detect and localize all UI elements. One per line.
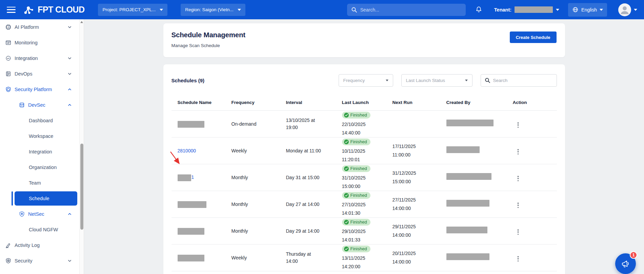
check-circle-icon bbox=[344, 140, 349, 144]
sidebar-item-schedule[interactable]: Schedule bbox=[0, 191, 79, 206]
col-schedule-name: Schedule Name bbox=[172, 100, 224, 105]
sidebar-item-team[interactable]: Team bbox=[0, 175, 79, 191]
chevron-down-icon bbox=[67, 72, 72, 76]
status-badge-label: Finished bbox=[350, 219, 367, 225]
sidebar-item-t[interactable]: T bbox=[0, 269, 79, 274]
row-actions-menu-button[interactable] bbox=[515, 254, 522, 263]
sidebar-item-activity-log[interactable]: Activity Log bbox=[0, 237, 79, 253]
check-circle-icon bbox=[344, 220, 349, 225]
scrollbar-up-arrow-icon[interactable] bbox=[80, 21, 83, 23]
last-launch-time: 11:20:01 bbox=[342, 156, 385, 163]
next-run-date: 20/11/2025 bbox=[393, 250, 439, 257]
table-search-input[interactable] bbox=[493, 78, 553, 83]
sidebar-item-label: Organization bbox=[29, 165, 57, 170]
language-selector[interactable]: English bbox=[568, 3, 607, 17]
user-menu[interactable] bbox=[618, 3, 637, 16]
sidebar-item-label: Integration bbox=[29, 149, 52, 154]
last-launch-status-filter[interactable]: Last Launch Status bbox=[401, 74, 472, 87]
status-badge: Finished bbox=[342, 246, 370, 252]
global-search-input[interactable] bbox=[360, 7, 462, 13]
sidebar-item-devsec[interactable]: DevSec bbox=[0, 97, 79, 113]
table-row: On-demand 13/10/2025 at 19:00 Finished 2… bbox=[172, 111, 557, 138]
next-run-date: 17/11/2025 bbox=[393, 143, 439, 150]
sidebar-item-label: DevSec bbox=[28, 102, 45, 108]
menu-hamburger-icon[interactable] bbox=[7, 7, 16, 13]
status-badge-label: Finished bbox=[350, 193, 367, 198]
sidebar-item-devops[interactable]: DevOps bbox=[0, 66, 79, 82]
region-selector[interactable]: Region: Saigon (Vietn... bbox=[181, 4, 245, 16]
security-platform-icon bbox=[5, 86, 12, 93]
chevron-up-icon bbox=[67, 212, 72, 216]
sidebar-item-monitoring[interactable]: Monitoring bbox=[0, 35, 79, 50]
next-run-time: 14:00:00 bbox=[393, 232, 439, 239]
row-actions-menu-button[interactable] bbox=[515, 147, 522, 156]
security-icon bbox=[5, 258, 12, 264]
topbar: FPT CLOUD Project: PROJECT_XPL... Region… bbox=[0, 0, 644, 19]
status-badge-label: Finished bbox=[350, 166, 367, 171]
redacted-created-by bbox=[446, 120, 494, 126]
search-icon bbox=[351, 7, 357, 13]
last-launch-time: 15:00:00 bbox=[342, 183, 385, 190]
row-actions-menu-button[interactable] bbox=[515, 121, 522, 129]
sidebar-item-integration[interactable]: Integration bbox=[0, 144, 79, 160]
chevron-up-icon bbox=[67, 87, 72, 92]
frequency-value: Monthly bbox=[224, 201, 279, 208]
svg-text:AI: AI bbox=[7, 26, 9, 28]
status-filter-placeholder: Last Launch Status bbox=[406, 78, 445, 83]
chevron-up-icon bbox=[67, 103, 72, 107]
chevron-down-icon bbox=[386, 80, 388, 81]
frequency-filter[interactable]: Frequency bbox=[339, 74, 393, 87]
sidebar-item-integration[interactable]: APIIntegration bbox=[0, 50, 79, 66]
redacted-created-by bbox=[446, 227, 487, 233]
sidebar-item-ai-platform[interactable]: AIAI Platform bbox=[0, 19, 79, 35]
sidebar-item-label: Workspace bbox=[29, 133, 53, 139]
status-badge: Finished bbox=[342, 165, 370, 172]
sidebar-item-organization[interactable]: Organization bbox=[0, 160, 79, 175]
region-selector-label: Region: Saigon (Vietn... bbox=[185, 7, 233, 12]
chevron-down-icon bbox=[67, 259, 72, 263]
sidebar-item-security-platform[interactable]: Security Platform bbox=[0, 82, 79, 97]
project-selector[interactable]: Project: PROJECT_XPL... bbox=[98, 4, 167, 16]
chevron-down-icon bbox=[600, 9, 603, 11]
sidebar-nav: AIAI PlatformMonitoringAPIIntegrationDev… bbox=[0, 19, 79, 274]
sidebar-scrollbar[interactable] bbox=[79, 19, 84, 274]
user-avatar-icon bbox=[618, 3, 631, 16]
sidebar-item-label: Security Platform bbox=[15, 87, 52, 92]
global-search[interactable] bbox=[347, 4, 466, 16]
chevron-down-icon bbox=[465, 80, 468, 81]
last-launch-date: 27/10/2025 bbox=[342, 201, 385, 208]
page-title: Schedule Management bbox=[172, 31, 557, 39]
chevron-down-icon bbox=[556, 9, 559, 11]
next-run-date: 27/11/2025 bbox=[393, 196, 439, 204]
page-subtitle: Manage Scan Schedule bbox=[172, 43, 557, 48]
last-launch-date: 29/10/2025 bbox=[342, 228, 385, 235]
sidebar-item-netsec[interactable]: NetSec bbox=[0, 206, 79, 222]
col-frequency: Frequency bbox=[224, 100, 279, 105]
table-row: 1 Monthly Day 31 at 15:00 Finished 31/10… bbox=[172, 164, 557, 191]
sidebar-item-cloud-ngfw[interactable]: Cloud NGFW bbox=[0, 222, 79, 237]
megaphone-icon bbox=[620, 258, 631, 269]
tenant-selector[interactable]: Tenant: bbox=[494, 6, 559, 13]
row-actions-menu-button[interactable] bbox=[515, 228, 522, 236]
next-run-time: 14:00:00 bbox=[393, 258, 439, 266]
sidebar-item-security[interactable]: Security bbox=[0, 253, 79, 269]
col-last-launch: Last Launch bbox=[335, 100, 385, 105]
row-actions-menu-button[interactable] bbox=[515, 201, 522, 210]
row-actions-menu-button[interactable] bbox=[515, 174, 522, 183]
notifications-bell-icon[interactable] bbox=[475, 6, 483, 14]
sidebar-item-label: Activity Log bbox=[15, 243, 40, 248]
sidebar-item-workspace[interactable]: Workspace bbox=[0, 128, 79, 144]
sidebar-item-label: Integration bbox=[15, 56, 38, 61]
table-search[interactable] bbox=[481, 74, 557, 87]
create-schedule-button[interactable]: Create Schedule bbox=[510, 31, 557, 43]
project-selector-label: Project: PROJECT_XPL... bbox=[102, 7, 156, 12]
schedule-name-link[interactable]: 2810000 bbox=[178, 148, 196, 153]
sidebar-item-label: NetSec bbox=[28, 211, 44, 217]
frequency-value: Weekly bbox=[224, 147, 279, 154]
announcements-fab[interactable]: 1 bbox=[615, 253, 636, 274]
last-launch-time: 14:01:30 bbox=[342, 210, 385, 217]
scrollbar-thumb[interactable] bbox=[80, 144, 83, 230]
sidebar-item-label: Schedule bbox=[29, 196, 49, 201]
last-launch-time: 14:01:33 bbox=[342, 236, 385, 244]
sidebar-item-dashboard[interactable]: Dashboard bbox=[0, 113, 79, 128]
